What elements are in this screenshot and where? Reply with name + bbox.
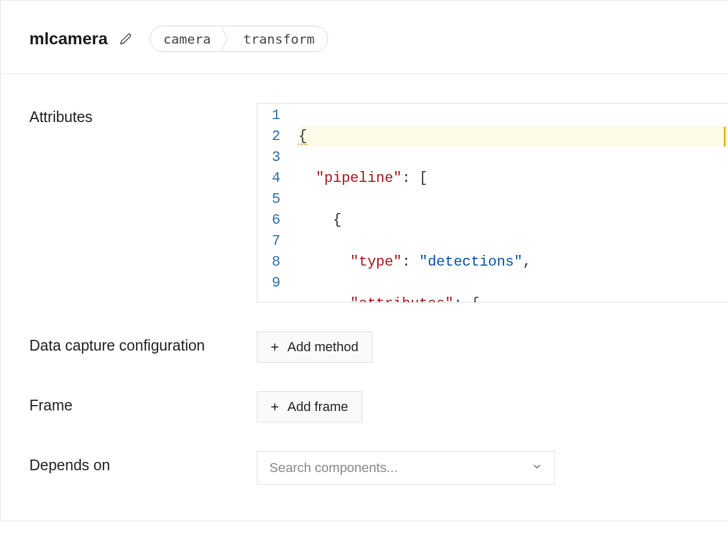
editor-code[interactable]: { "pipeline": [ { "type": "detections", … — [290, 104, 728, 302]
panel-header: mlcamera camera transform — [1, 1, 728, 74]
bracket: [ — [419, 170, 427, 186]
colon: : — [402, 254, 410, 270]
comma: , — [523, 254, 531, 270]
colon: : — [402, 170, 410, 186]
depends-on-placeholder: Search components... — [269, 460, 398, 476]
line-number: 1 — [272, 105, 280, 126]
add-frame-button[interactable]: + Add frame — [257, 391, 362, 422]
editor-gutter: 1 2 3 4 5 6 7 8 9 — [257, 104, 290, 302]
breadcrumb-item: transform — [229, 27, 327, 51]
line-number: 5 — [272, 188, 280, 209]
component-name-title: mlcamera — [29, 29, 108, 48]
line-number: 7 — [272, 230, 280, 251]
depends-on-row: Depends on Search components... — [29, 451, 728, 485]
brace: { — [471, 296, 479, 302]
json-key: "type" — [350, 254, 402, 270]
colon: : — [454, 296, 462, 302]
plus-icon: + — [271, 340, 279, 354]
data-capture-label: Data capture configuration — [29, 335, 257, 356]
panel-body: Attributes 1 2 3 4 5 6 7 8 9 { "pi — [1, 74, 728, 521]
attributes-label: Attributes — [29, 106, 257, 127]
line-number: 9 — [272, 272, 280, 293]
chevron-down-icon — [532, 460, 542, 476]
editor-cursor — [724, 127, 726, 147]
json-key: "attributes" — [350, 296, 454, 302]
add-method-button[interactable]: + Add method — [257, 331, 372, 363]
breadcrumb-separator-icon — [220, 26, 229, 52]
data-capture-row: Data capture configuration + Add method — [29, 331, 728, 363]
component-config-panel: mlcamera camera transform Attributes 1 2 — [0, 0, 728, 521]
brace: { — [298, 129, 307, 145]
attributes-row: Attributes 1 2 3 4 5 6 7 8 9 { "pi — [29, 103, 728, 303]
line-number: 2 — [272, 126, 280, 147]
frame-label: Frame — [29, 395, 257, 416]
json-key: "pipeline" — [316, 170, 402, 186]
add-method-label: Add method — [287, 339, 359, 355]
json-string: "detections" — [419, 254, 523, 270]
edit-name-icon[interactable] — [119, 32, 133, 46]
breadcrumb-item: camera — [150, 27, 220, 51]
brace: { — [333, 212, 341, 228]
type-breadcrumb: camera transform — [150, 26, 329, 52]
add-frame-label: Add frame — [287, 399, 348, 415]
frame-row: Frame + Add frame — [29, 391, 728, 422]
line-number: 8 — [272, 251, 280, 272]
plus-icon: + — [271, 400, 279, 414]
depends-on-label: Depends on — [29, 455, 257, 476]
line-number: 3 — [272, 147, 280, 168]
depends-on-select[interactable]: Search components... — [257, 451, 555, 485]
line-number: 6 — [272, 209, 280, 230]
line-number: 4 — [272, 168, 280, 188]
attributes-json-editor[interactable]: 1 2 3 4 5 6 7 8 9 { "pipeline": [ { "typ… — [257, 103, 728, 303]
